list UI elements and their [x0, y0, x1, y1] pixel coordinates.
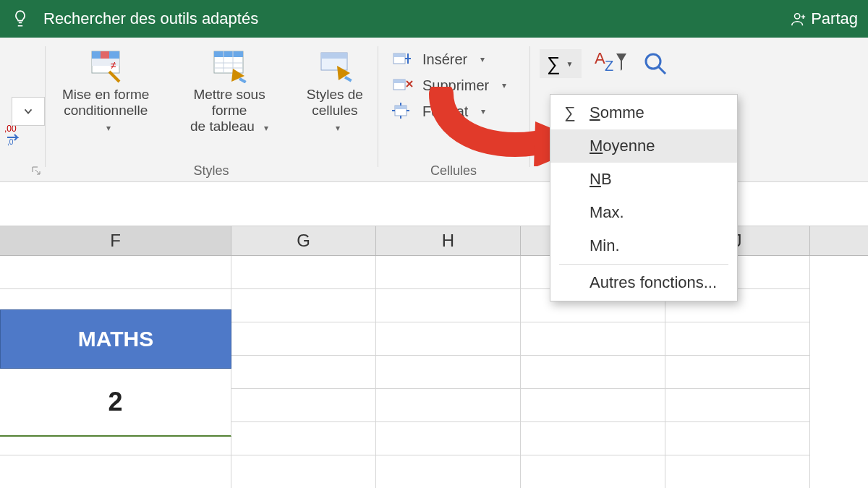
autosum-more-functions[interactable]: Autres fonctions... — [550, 266, 737, 299]
column-header-G[interactable]: G — [231, 226, 376, 255]
svg-point-0 — [795, 14, 800, 19]
cell[interactable] — [231, 256, 376, 289]
sigma-icon: ∑ — [547, 53, 561, 75]
format-cells-button[interactable]: Format▾ — [388, 100, 488, 123]
cell[interactable] — [665, 356, 810, 389]
dropdown-chevron[interactable] — [12, 97, 45, 126]
svg-text:≠: ≠ — [111, 59, 116, 71]
column-header-row: FGHIJ — [0, 226, 868, 256]
cell[interactable] — [376, 256, 521, 289]
cell[interactable] — [231, 422, 376, 455]
share-button[interactable]: Partag — [791, 9, 858, 28]
cell[interactable] — [521, 356, 665, 389]
delete-cells-button[interactable]: Supprimer▾ — [388, 74, 509, 97]
format-as-table-button[interactable]: Mettre sous forme de tableau ▾ — [172, 45, 286, 136]
cell[interactable] — [376, 422, 521, 455]
cell[interactable] — [231, 356, 376, 389]
number-group-launcher-icon[interactable] — [32, 166, 41, 177]
cell[interactable] — [521, 389, 665, 422]
cells-group-label: Cellules — [378, 163, 529, 179]
svg-rect-5 — [101, 51, 109, 59]
autosum-average[interactable]: Moyenne — [550, 129, 737, 163]
delete-cells-icon — [391, 75, 415, 95]
autosum-split-button[interactable]: ∑ ▼ — [540, 49, 582, 78]
svg-rect-21 — [344, 76, 352, 82]
format-as-table-icon — [210, 46, 248, 84]
grid-row — [0, 256, 868, 289]
cell[interactable] — [376, 389, 521, 422]
conditional-formatting-button[interactable]: ≠ Mise en forme conditionnelle ▾ — [55, 45, 156, 136]
svg-rect-4 — [92, 51, 101, 59]
cell[interactable] — [521, 422, 665, 455]
svg-rect-25 — [393, 80, 405, 83]
cell[interactable] — [665, 455, 810, 488]
cell[interactable] — [376, 356, 521, 389]
cell[interactable] — [521, 455, 665, 488]
format-cells-icon — [391, 101, 415, 121]
find-select-icon[interactable] — [641, 49, 670, 78]
cell[interactable] — [231, 389, 376, 422]
styles-group-label: Styles — [45, 163, 378, 179]
value-cell[interactable]: 2 — [0, 369, 231, 437]
cell[interactable] — [231, 289, 376, 322]
insert-cells-button[interactable]: Insérer▾ — [388, 48, 488, 71]
svg-rect-19 — [321, 53, 347, 59]
share-label: Partag — [811, 9, 858, 28]
autosum-count[interactable]: NB — [550, 163, 737, 196]
worksheet-grid[interactable]: MATHS 2 — [0, 256, 868, 488]
sigma-icon: ∑ — [561, 103, 579, 122]
insert-cells-icon — [391, 49, 415, 69]
svg-rect-11 — [214, 51, 243, 57]
ribbon: ,00 ,0 — [0, 38, 868, 182]
autosum-min[interactable]: Min. — [550, 229, 737, 262]
grid-row — [0, 455, 868, 488]
cell[interactable] — [376, 289, 521, 322]
header-cell-maths[interactable]: MATHS — [0, 309, 231, 369]
cell[interactable] — [665, 422, 810, 455]
cell-styles-button[interactable]: Styles de cellules ▾ — [302, 45, 367, 136]
svg-rect-23 — [393, 53, 405, 57]
cell[interactable] — [665, 389, 810, 422]
tell-me-bulb-icon — [10, 9, 30, 29]
column-header-F[interactable]: F — [0, 226, 231, 255]
conditional-formatting-icon: ≠ — [87, 46, 124, 84]
cell[interactable] — [0, 455, 231, 488]
person-plus-icon — [791, 11, 807, 27]
title-bar: Rechercher des outils adaptés Partag — [0, 0, 868, 38]
svg-text:A: A — [595, 49, 605, 67]
cell[interactable] — [376, 455, 521, 488]
menu-separator — [559, 264, 728, 265]
svg-text:Z: Z — [605, 58, 613, 74]
svg-line-31 — [658, 67, 665, 74]
cell[interactable] — [231, 322, 376, 356]
cell[interactable] — [0, 256, 231, 289]
autosum-sum[interactable]: ∑ Somme — [550, 96, 737, 129]
cell[interactable] — [665, 322, 810, 356]
autosum-menu: ∑ Somme Moyenne NB Max. Min. Autres fonc… — [550, 94, 738, 301]
cell[interactable] — [376, 322, 521, 356]
tell-me-search[interactable]: Rechercher des outils adaptés — [43, 9, 258, 28]
column-header-H[interactable]: H — [376, 226, 521, 255]
autosum-max[interactable]: Max. — [550, 196, 737, 229]
autosum-dropdown-icon[interactable]: ▼ — [561, 60, 579, 68]
sort-filter-icon[interactable]: A Z — [595, 49, 628, 81]
cell[interactable] — [231, 455, 376, 488]
svg-rect-17 — [239, 77, 247, 83]
cell[interactable] — [521, 322, 665, 356]
svg-rect-6 — [109, 51, 119, 59]
cell-styles-icon — [316, 46, 354, 84]
svg-rect-27 — [395, 106, 407, 109]
